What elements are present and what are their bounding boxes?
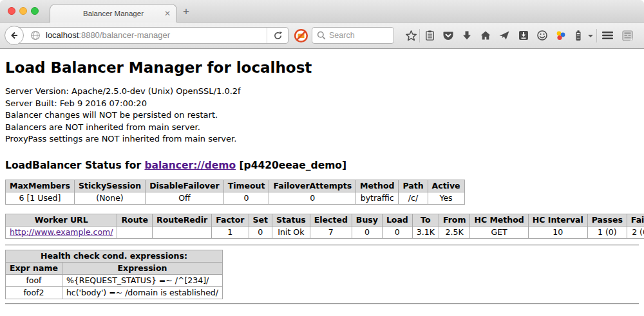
- col-method: Method: [356, 180, 399, 192]
- cell-hc-interval: 10: [528, 226, 587, 238]
- reload-button[interactable]: [267, 28, 288, 43]
- save-to-box-button[interactable]: [517, 29, 530, 42]
- table-header-row: Worker URL Route RouteRedir Factor Set S…: [6, 214, 644, 226]
- clipboard-icon: [424, 30, 435, 41]
- table-row: foof2 hc('body') =~ /domain is establish…: [6, 286, 223, 299]
- close-window-button[interactable]: [8, 7, 15, 15]
- tab-title: Balancer Manager: [50, 5, 176, 23]
- server-built-line: Server Built: Feb 9 2016 07:00:20: [5, 98, 639, 110]
- cell-maxmembers: 6 [1 Used]: [6, 192, 75, 204]
- page-grid-icon: [621, 30, 634, 42]
- col-factor: Factor: [212, 214, 249, 226]
- battery-icon: [573, 30, 584, 42]
- cell-fails: 2 (0): [627, 226, 644, 238]
- table-header-row: Expr name Expression: [6, 262, 223, 274]
- col-stickysession: StickySession: [74, 180, 145, 192]
- home-button[interactable]: [479, 29, 492, 42]
- url-host: localhost: [46, 30, 79, 40]
- chevron-down-icon[interactable]: [588, 35, 593, 37]
- pocket-button[interactable]: [442, 29, 455, 42]
- smiley-extension-button[interactable]: [536, 29, 549, 42]
- back-button[interactable]: [5, 26, 24, 45]
- cell-failoverattempts: 0: [269, 192, 356, 204]
- send-plane-icon: [498, 30, 510, 41]
- battery-extension-button[interactable]: [572, 29, 585, 42]
- col-maxmembers: MaxMembers: [6, 180, 75, 192]
- proxypass-notice-line: ProxyPass settings are NOT inherited fro…: [5, 133, 639, 145]
- cell-route: [117, 226, 153, 238]
- toolbar-separator: [596, 29, 597, 42]
- server-info: Server Version: Apache/2.5.0-dev (Unix) …: [5, 86, 639, 145]
- close-tab-icon[interactable]: ✕: [164, 8, 171, 19]
- save-box-icon: [518, 30, 529, 41]
- send-tab-button[interactable]: [498, 29, 511, 42]
- col-hc-method: HC Method: [470, 214, 528, 226]
- col-set: Set: [249, 214, 272, 226]
- col-timeout: Timeout: [223, 180, 269, 192]
- persist-notice-line: Balancer changes will NOT be persisted o…: [5, 109, 639, 122]
- minimize-window-button[interactable]: [19, 7, 27, 15]
- cell-status: Init Ok: [272, 226, 310, 238]
- col-failoverattempts: FailoverAttempts: [269, 180, 356, 192]
- table-row: foof %{REQUEST_STATUS} =~ /^[234]/: [6, 274, 223, 286]
- col-active: Active: [428, 180, 464, 192]
- page-title: Load Balancer Manager for localhost: [5, 59, 639, 76]
- hamburger-menu-icon: [601, 30, 614, 41]
- cell-passes: 1 (0): [587, 226, 627, 238]
- table-header-row: MaxMembers StickySession DisableFailover…: [6, 180, 465, 192]
- col-fails: Fails: [627, 214, 644, 226]
- cell-factor: 1: [212, 226, 249, 238]
- cell-routeredir: [153, 226, 212, 238]
- cell-from: 2.5K: [439, 226, 470, 238]
- balancers-notice-line: Balancers are NOT inherited from main se…: [5, 122, 639, 134]
- loadbalancer-status-heading: LoadBalancer Status for balancer://demo …: [5, 160, 639, 171]
- cell-busy: 0: [352, 226, 382, 238]
- zoom-window-button[interactable]: [31, 7, 39, 15]
- cell-worker-url: http://www.example.com/: [6, 226, 117, 238]
- page-extension-button[interactable]: [621, 29, 634, 42]
- url-text[interactable]: localhost:8880/balancer-manager: [46, 28, 170, 43]
- cell-set: 0: [249, 226, 272, 238]
- col-status: Status: [272, 214, 310, 226]
- server-version-line: Server Version: Apache/2.5.0-dev (Unix) …: [5, 86, 639, 98]
- col-passes: Passes: [587, 214, 627, 226]
- new-tab-button[interactable]: +: [183, 5, 189, 18]
- cell-disablefailover: Off: [146, 192, 223, 204]
- col-load: Load: [382, 214, 412, 226]
- cell-expression: hc('body') =~ /domain is established/: [62, 286, 222, 299]
- search-input[interactable]: [329, 29, 391, 42]
- plugin-blocked-button[interactable]: [294, 28, 308, 43]
- balancer-demo-link[interactable]: balancer://demo: [144, 160, 236, 171]
- health-check-table: Health check cond. expressions: Expr nam…: [5, 250, 223, 299]
- cell-active: Yes: [428, 192, 464, 204]
- col-busy: Busy: [352, 214, 382, 226]
- section-divider: [5, 245, 639, 246]
- smiley-icon: [536, 30, 548, 41]
- search-bar[interactable]: [312, 27, 394, 44]
- col-hc-interval: HC Interval: [528, 214, 587, 226]
- worker-url-link[interactable]: http://www.example.com/: [10, 227, 113, 237]
- col-route: Route: [117, 214, 153, 226]
- col-expr-name: Expr name: [6, 262, 62, 274]
- col-to: To: [412, 214, 439, 226]
- colored-dots-icon: [554, 30, 567, 42]
- colored-dots-extension-button[interactable]: [554, 29, 567, 42]
- bookmark-star-button[interactable]: [404, 29, 417, 42]
- table-title-row: Health check cond. expressions:: [6, 250, 223, 262]
- col-elected: Elected: [310, 214, 352, 226]
- clipboard-button[interactable]: [423, 29, 436, 42]
- bottom-divider: [5, 303, 639, 304]
- downloads-button[interactable]: [460, 29, 473, 42]
- worker-row: http://www.example.com/ 1 0 Init Ok 7 0 …: [6, 226, 644, 238]
- cell-elected: 7: [310, 226, 352, 238]
- cell-timeout: 0: [223, 192, 269, 204]
- search-icon: [317, 31, 326, 40]
- home-icon: [480, 30, 491, 41]
- tab-balancer-manager[interactable]: Balancer Manager ✕: [50, 4, 177, 23]
- col-from: From: [439, 214, 470, 226]
- url-bar[interactable]: localhost:8880/balancer-manager: [14, 27, 289, 44]
- navigation-toolbar: localhost:8880/balancer-manager: [0, 23, 644, 49]
- plugin-blocked-icon: [294, 28, 308, 43]
- status-prefix: LoadBalancer Status for: [5, 160, 144, 171]
- menu-button[interactable]: [601, 29, 614, 42]
